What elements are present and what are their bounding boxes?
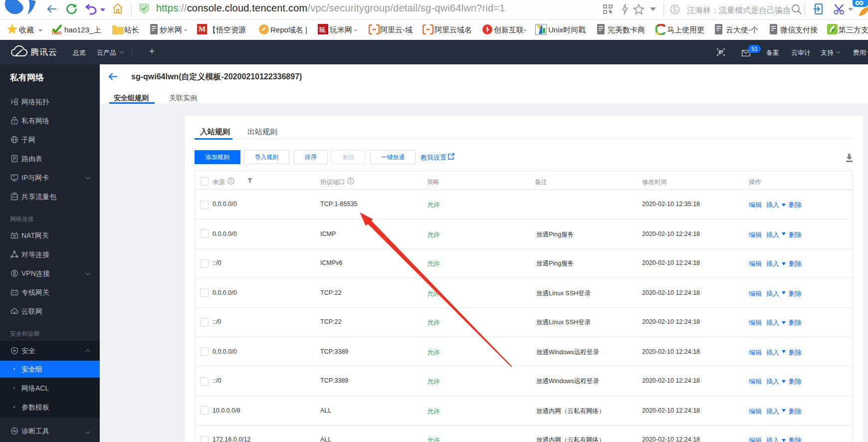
svg-text:hao: hao [52,29,62,35]
